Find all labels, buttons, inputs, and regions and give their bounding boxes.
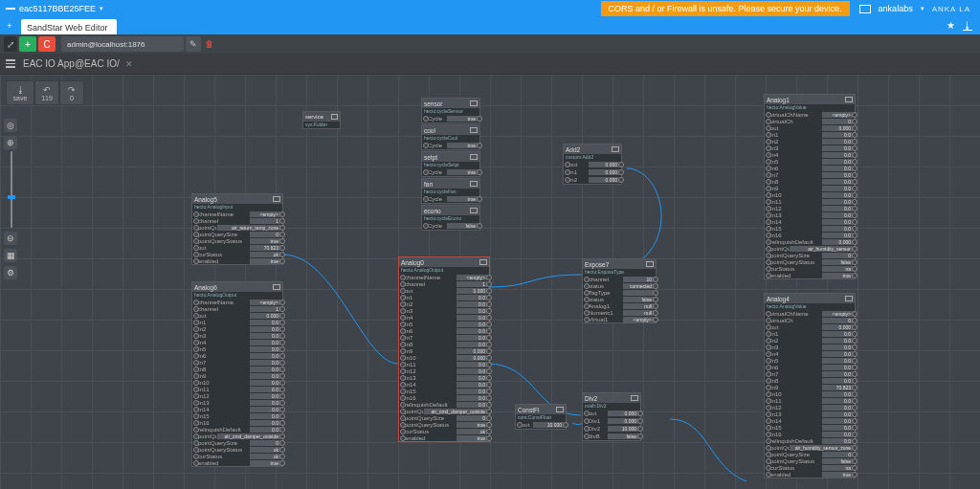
node-row[interactable]: In70.0	[399, 334, 489, 341]
node-row[interactable]: in20.000	[564, 176, 621, 184]
checkbox-icon[interactable]	[612, 146, 619, 152]
node-row[interactable]: In50.0	[765, 158, 855, 165]
node-row[interactable]: pointQueryStatusok	[192, 446, 282, 453]
node-row[interactable]: pointQueryair_cmd_damper_outside	[192, 433, 282, 439]
node-row[interactable]: out0.000	[192, 312, 282, 319]
node-row[interactable]: In90.0	[765, 185, 855, 191]
node-row[interactable]: pointQueryair_humidity_sensor_zone	[765, 444, 855, 451]
node-row[interactable]: TagType	[583, 289, 656, 296]
zoom-in-icon[interactable]: ⊕	[4, 136, 17, 149]
checkbox-icon[interactable]	[273, 284, 280, 290]
node-row[interactable]: Numeric1null	[583, 309, 656, 316]
node-row[interactable]: virtualChName<empty>	[765, 310, 855, 317]
node-row[interactable]: In60.0	[399, 327, 489, 334]
node-row[interactable]: In10.0	[765, 330, 855, 337]
node-row[interactable]: In50.0	[765, 357, 855, 364]
undo-button[interactable]: ↶ 119	[34, 80, 59, 105]
delete-button[interactable]: 🗑	[203, 36, 216, 52]
node-row[interactable]: In130.0	[192, 399, 282, 406]
node-row[interactable]: pointQuerySize0	[192, 231, 282, 237]
node-row[interactable]: In110.0	[765, 397, 855, 404]
node-row[interactable]: out70.823	[192, 244, 282, 251]
node-row[interactable]: channel1	[399, 280, 489, 287]
node-sensor[interactable]: sensorhecto:cycleSensorCycletrue	[421, 98, 480, 123]
eye-icon[interactable]: ◎	[4, 119, 17, 132]
node-row[interactable]: In120.0	[399, 367, 489, 374]
zoom-slider[interactable]	[11, 151, 12, 228]
node-row[interactable]: pointQueryair_return_temp_zone	[192, 224, 282, 231]
node-row[interactable]: In140.0	[192, 406, 282, 412]
node-row[interactable]: In160.0	[765, 431, 855, 437]
node-row[interactable]: In50.0	[399, 321, 489, 327]
chevron-down-icon[interactable]: ▾	[100, 5, 103, 12]
node-row[interactable]: enabledtrue	[765, 272, 855, 278]
node-row[interactable]: statusfalse	[583, 296, 656, 302]
node-expose7[interactable]: Expose7hecto:ExposeTypechannel10statusco…	[582, 258, 657, 323]
node-row[interactable]: In30.0	[399, 307, 489, 314]
close-icon[interactable]: ✕	[125, 59, 133, 69]
node-row[interactable]: In20.0	[765, 138, 855, 144]
node-row[interactable]: statusconnected	[583, 282, 656, 289]
node-row[interactable]: In150.0	[765, 225, 855, 232]
node-row[interactable]: relinquishDefault0.0	[192, 426, 282, 433]
node-row[interactable]: pointQueryStatusfalse	[765, 258, 855, 265]
node-service[interactable]: service sys:Folder	[302, 111, 341, 129]
node-div2[interactable]: Div2math:Div2out0.000Div10.000Div210.000…	[582, 392, 641, 441]
org-label[interactable]: ankalabs	[879, 4, 913, 13]
node-row[interactable]: In10.0	[192, 319, 282, 325]
zoom-out-icon[interactable]: ⊖	[4, 232, 17, 245]
node-row[interactable]: In140.0	[765, 218, 855, 225]
node-row[interactable]: curStatusok	[192, 453, 282, 459]
checkbox-icon[interactable]	[470, 208, 478, 213]
node-row[interactable]: enabledtrue	[399, 434, 489, 441]
node-row[interactable]: curStatusna	[765, 464, 855, 471]
node-row[interactable]: In120.0	[765, 205, 855, 211]
node-row[interactable]: channelName<empty>	[192, 299, 282, 305]
node-row[interactable]: In140.0	[399, 381, 489, 388]
node-row[interactable]: pointQuerySize0	[765, 451, 855, 457]
node-row[interactable]: Cycletrue	[422, 115, 479, 122]
checkbox-icon[interactable]	[631, 395, 638, 401]
node-row[interactable]: In150.0	[192, 412, 282, 419]
copy-icon[interactable]	[859, 5, 871, 13]
checkbox-icon[interactable]	[470, 154, 478, 160]
node-row[interactable]: pointQuerySize0	[192, 439, 282, 446]
node-row[interactable]: out0.000	[765, 323, 855, 330]
node-row[interactable]: In140.0	[765, 417, 855, 424]
node-setpt[interactable]: setpthecto:cycleSetptCycletrue	[421, 151, 480, 177]
node-row[interactable]: channelName<empty>	[192, 211, 282, 217]
node-row[interactable]: Virtual1<empty>	[583, 316, 656, 322]
grid-icon[interactable]: ▦	[4, 249, 17, 262]
node-row[interactable]: In10.0	[399, 294, 489, 300]
node-row[interactable]: Cycletrue	[422, 195, 479, 203]
save-button[interactable]: ⭳ save	[6, 80, 34, 105]
canvas[interactable]: ⭳ save ↶ 119 ↷ 0 ◎ ⊕ ⊖ ▦ ⚙ service sys:F…	[0, 75, 980, 489]
node-row[interactable]: virtualChName<empty>	[765, 111, 855, 118]
chevron-down-icon[interactable]: ▾	[921, 5, 924, 12]
node-row[interactable]: In160.0	[192, 419, 282, 426]
node-analog1[interactable]: Analog1hecto:AnalogValuevirtualChName<em…	[764, 94, 856, 279]
node-row[interactable]: pointQueryStatustrue	[399, 421, 489, 428]
node-row[interactable]: divBfalse	[583, 433, 640, 440]
node-row[interactable]: enabledtrue	[192, 459, 282, 466]
node-row[interactable]: In40.0	[399, 314, 489, 321]
node-row[interactable]: In80.0	[765, 377, 855, 384]
node-row[interactable]: In20.0	[192, 325, 282, 332]
node-row[interactable]: In120.0	[192, 392, 282, 399]
node-row[interactable]: channel1	[192, 305, 282, 312]
node-constfl[interactable]: ConstFlcont:ConstFloatout10.000	[515, 404, 567, 430]
node-row[interactable]: out0.000	[564, 161, 621, 168]
node-row[interactable]: In150.0	[765, 424, 855, 431]
checkbox-icon[interactable]	[646, 261, 654, 267]
checkbox-icon[interactable]	[845, 97, 853, 102]
node-row[interactable]: In90.0	[192, 372, 282, 379]
expand-icon[interactable]: ⤢	[4, 36, 17, 52]
node-row[interactable]: In100.0	[192, 379, 282, 386]
node-row[interactable]: pointQuerySize0	[399, 414, 489, 421]
node-row[interactable]: In70.0	[765, 370, 855, 377]
hamburger-icon[interactable]	[4, 57, 17, 70]
location-field[interactable]: admin@localhost:1876	[61, 36, 184, 52]
node-row[interactable]: relinquishDefault0.000	[765, 238, 855, 245]
node-row[interactable]: In70.0	[192, 359, 282, 366]
node-row[interactable]: Div10.000	[583, 417, 640, 425]
